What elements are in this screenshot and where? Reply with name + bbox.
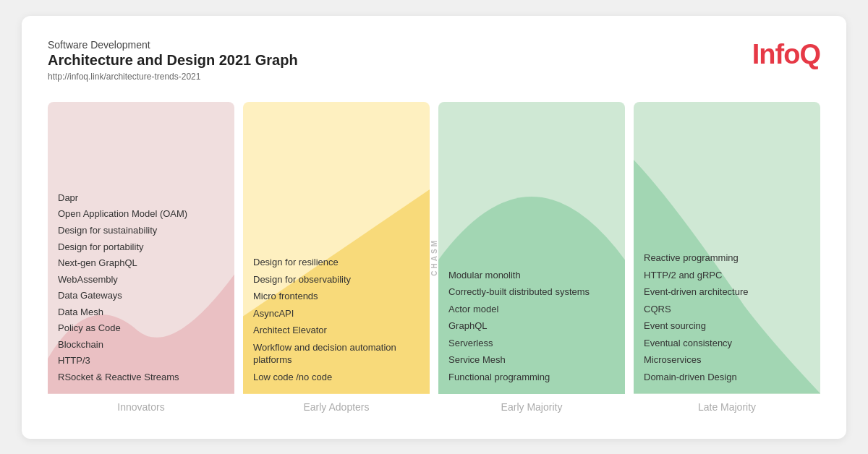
- list-item: Design for sustainability: [58, 224, 224, 237]
- list-item: Design for portability: [58, 241, 224, 254]
- list-item: Data Mesh: [58, 306, 224, 319]
- innovators-label: Innovators: [48, 394, 234, 413]
- chasm-divider: CHASM: [430, 102, 438, 413]
- logo-text: Info: [752, 39, 800, 69]
- list-item: Low code /no code: [253, 371, 420, 384]
- header-link: http://infoq.link/architecture-trends-20…: [48, 72, 298, 82]
- list-item: AsyncAPI: [253, 307, 420, 320]
- list-item: Event-driven architecture: [644, 286, 810, 299]
- list-item: Open Application Model (OAM): [58, 207, 224, 220]
- late-majority-column: Reactive programmingHTTP/2 and gRPCEvent…: [634, 102, 820, 413]
- innovators-bg: DaprOpen Application Model (OAM)Design f…: [48, 102, 234, 394]
- list-item: CQRS: [644, 303, 810, 316]
- list-item: RSocket & Reactive Streams: [58, 371, 224, 384]
- innovators-items: DaprOpen Application Model (OAM)Design f…: [58, 192, 224, 384]
- late-majority-label: Late Majority: [634, 394, 820, 413]
- late-majority-list: Reactive programmingHTTP/2 and gRPCEvent…: [644, 252, 810, 383]
- list-item: Policy as Code: [58, 322, 224, 335]
- list-item: Architect Elevator: [253, 324, 420, 337]
- early-adopters-column: Design for resilienceDesign for observab…: [243, 102, 430, 413]
- list-item: Design for resilience: [253, 256, 420, 269]
- list-item: Modular monolith: [448, 269, 615, 282]
- list-item: GraphQL: [448, 320, 615, 333]
- innovators-list: DaprOpen Application Model (OAM)Design f…: [58, 192, 224, 384]
- early-adopters-bg: Design for resilienceDesign for observab…: [243, 102, 430, 394]
- list-item: Eventual consistency: [644, 337, 810, 350]
- early-adopters-items: Design for resilienceDesign for observab…: [253, 256, 420, 383]
- list-item: Next-gen GraphQL: [58, 257, 224, 270]
- infoq-logo: InfoQ: [752, 39, 820, 70]
- gap1: [234, 102, 243, 413]
- main-card: Software Development Architecture and De…: [22, 16, 846, 439]
- early-majority-bg: Modular monolithCorrectly-built distribu…: [438, 102, 625, 394]
- list-item: Design for observability: [253, 273, 420, 286]
- late-majority-items: Reactive programmingHTTP/2 and gRPCEvent…: [644, 252, 810, 383]
- list-item: Workflow and decision automation platfor…: [253, 341, 420, 367]
- list-item: HTTP/2 and gRPC: [644, 269, 810, 282]
- list-item: HTTP/3: [58, 354, 224, 367]
- list-item: Reactive programming: [644, 252, 810, 265]
- early-majority-list: Modular monolithCorrectly-built distribu…: [448, 269, 615, 384]
- list-item: Serverless: [448, 337, 615, 350]
- gap2: [625, 102, 634, 413]
- early-adopters-label: Early Adopters: [243, 394, 430, 413]
- logo-q: Q: [799, 39, 820, 69]
- list-item: Event sourcing: [644, 320, 810, 333]
- late-majority-bg: Reactive programmingHTTP/2 and gRPCEvent…: [634, 102, 820, 394]
- list-item: Dapr: [58, 192, 224, 205]
- early-majority-items: Modular monolithCorrectly-built distribu…: [448, 269, 615, 384]
- early-adopters-list: Design for resilienceDesign for observab…: [253, 256, 420, 383]
- list-item: Micro frontends: [253, 290, 420, 303]
- chasm-label: CHASM: [430, 239, 438, 276]
- list-item: WebAssembly: [58, 273, 224, 286]
- early-majority-label: Early Majority: [438, 394, 625, 413]
- early-majority-column: Modular monolithCorrectly-built distribu…: [438, 102, 625, 413]
- list-item: Blockchain: [58, 338, 224, 351]
- list-item: Actor model: [448, 303, 615, 316]
- list-item: Domain-driven Design: [644, 371, 810, 384]
- list-item: Service Mesh: [448, 354, 615, 367]
- innovators-column: DaprOpen Application Model (OAM)Design f…: [48, 102, 234, 413]
- header-subtitle: Software Development: [48, 39, 298, 51]
- header: Software Development Architecture and De…: [48, 39, 820, 82]
- header-left: Software Development Architecture and De…: [48, 39, 298, 82]
- list-item: Microservices: [644, 354, 810, 367]
- list-item: Data Gateways: [58, 289, 224, 302]
- header-title: Architecture and Design 2021 Graph: [48, 52, 298, 69]
- list-item: Correctly-built distributed systems: [448, 286, 615, 299]
- chart-area: DaprOpen Application Model (OAM)Design f…: [48, 102, 820, 413]
- list-item: Functional programming: [448, 371, 615, 384]
